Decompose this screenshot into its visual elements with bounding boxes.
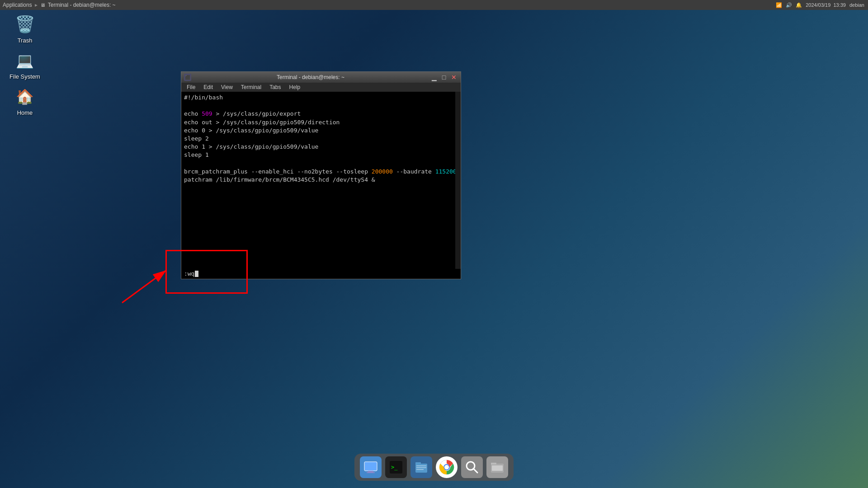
home-icon: 🏠 bbox=[14, 86, 36, 108]
taskbar-separator: ▸ bbox=[35, 2, 38, 8]
terminal-app-icon: ⬛ bbox=[184, 74, 191, 81]
terminal-menubar: File Edit View Terminal Tabs Help bbox=[181, 83, 461, 92]
svg-line-16 bbox=[473, 469, 477, 473]
svg-rect-3 bbox=[368, 471, 373, 472]
menu-file[interactable]: File bbox=[183, 83, 199, 92]
search-dock-icon bbox=[465, 460, 479, 474]
dock-item-terminal[interactable]: >_ bbox=[385, 456, 407, 478]
minimize-button[interactable]: ▁ bbox=[430, 73, 438, 81]
desktop-dock-icon bbox=[363, 460, 378, 474]
svg-point-14 bbox=[444, 465, 449, 469]
username: debian bbox=[849, 2, 864, 8]
taskbar-top-left: Applications ▸ 🖥 Terminal - debian@meles… bbox=[0, 2, 116, 8]
menu-help[interactable]: Help bbox=[286, 83, 304, 92]
desktop-icon-trash[interactable]: 🗑️ Trash bbox=[7, 14, 43, 44]
datetime: 2024/03/19 13:39 bbox=[806, 2, 846, 8]
svg-rect-19 bbox=[492, 465, 503, 471]
dock-item-desktop[interactable] bbox=[360, 456, 382, 478]
folder-dock-icon bbox=[490, 460, 505, 474]
trash-label: Trash bbox=[18, 37, 33, 44]
filesystem-label: File System bbox=[9, 73, 40, 80]
trash-icon: 🗑️ bbox=[14, 14, 36, 35]
taskbar-top-right: 📶 🔊 🔔 2024/03/19 13:39 debian bbox=[776, 2, 868, 8]
svg-rect-18 bbox=[491, 463, 496, 465]
filemanager-dock-icon bbox=[414, 460, 429, 474]
desktop: Applications ▸ 🖥 Terminal - debian@meles… bbox=[0, 0, 868, 488]
terminal-titlebar: ⬛ Terminal - debian@meles: ~ ▁ □ ✕ bbox=[181, 72, 461, 83]
menu-terminal[interactable]: Terminal bbox=[237, 83, 265, 92]
terminal-scrollbar[interactable] bbox=[455, 92, 461, 269]
dock-item-folder[interactable] bbox=[486, 456, 508, 478]
dock-item-search[interactable] bbox=[461, 456, 483, 478]
svg-line-1 bbox=[122, 270, 166, 303]
home-label: Home bbox=[17, 109, 33, 116]
terminal-content[interactable]: #!/bin/bash echo 509 > /sys/class/gpio/e… bbox=[181, 92, 461, 269]
svg-text:>_: >_ bbox=[391, 464, 398, 470]
window-controls: ▁ □ ✕ bbox=[430, 73, 458, 81]
taskbar-top: Applications ▸ 🖥 Terminal - debian@meles… bbox=[0, 0, 868, 10]
terminal-cmd-line[interactable]: :wq bbox=[181, 269, 461, 279]
menu-edit[interactable]: Edit bbox=[200, 83, 217, 92]
notification-icon: 🔔 bbox=[796, 2, 802, 8]
maximize-button[interactable]: □ bbox=[440, 73, 448, 81]
dock: >_ bbox=[354, 454, 514, 481]
terminal-window: ⬛ Terminal - debian@meles: ~ ▁ □ ✕ File … bbox=[181, 71, 461, 279]
cursor bbox=[195, 271, 198, 277]
filesystem-icon: 💻 bbox=[14, 50, 36, 71]
dock-item-filemanager[interactable] bbox=[410, 456, 432, 478]
volume-icon: 🔊 bbox=[786, 2, 792, 8]
dock-item-browser[interactable] bbox=[436, 456, 458, 478]
cmd-text: :wq bbox=[184, 271, 194, 277]
taskbar-icon: 🖥 bbox=[40, 2, 45, 8]
terminal-title: Terminal - debian@meles: ~ bbox=[191, 74, 430, 80]
svg-rect-9 bbox=[416, 465, 426, 466]
menu-tabs[interactable]: Tabs bbox=[266, 83, 284, 92]
svg-rect-2 bbox=[364, 462, 377, 471]
terminal-text: #!/bin/bash echo 509 > /sys/class/gpio/e… bbox=[184, 94, 458, 184]
svg-rect-10 bbox=[416, 467, 426, 468]
svg-rect-4 bbox=[367, 472, 375, 473]
close-button[interactable]: ✕ bbox=[450, 73, 458, 81]
desktop-icon-home[interactable]: 🏠 Home bbox=[7, 86, 43, 116]
svg-rect-8 bbox=[415, 462, 421, 465]
desktop-icon-filesystem[interactable]: 💻 File System bbox=[7, 50, 43, 80]
taskbar-window-title: Terminal - debian@meles: ~ bbox=[48, 2, 116, 8]
terminal-dock-icon: >_ bbox=[389, 460, 403, 474]
signal-icon: 📶 bbox=[776, 2, 782, 8]
svg-rect-11 bbox=[416, 469, 424, 470]
applications-menu[interactable]: Applications bbox=[3, 2, 32, 8]
browser-dock-icon bbox=[439, 459, 455, 475]
menu-view[interactable]: View bbox=[217, 83, 236, 92]
